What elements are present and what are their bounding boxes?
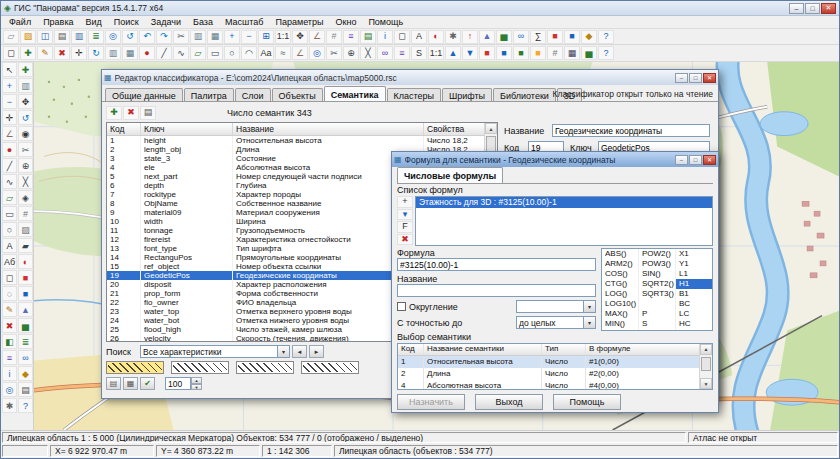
- chevron-down-icon[interactable]: ▾: [277, 346, 289, 357]
- variable-item[interactable]: H1: [676, 279, 712, 289]
- spin-down-icon[interactable]: ▼: [191, 384, 202, 391]
- flag-blue-icon[interactable]: ■: [564, 30, 580, 44]
- function-item[interactable]: ARM2(): [602, 259, 638, 269]
- zoom-out-icon[interactable]: −: [241, 30, 257, 44]
- search-icon[interactable]: ◎: [2, 382, 17, 397]
- function-item[interactable]: [639, 299, 675, 309]
- spline-tool-icon[interactable]: ≈: [275, 46, 291, 60]
- menu-item[interactable]: Масштаб: [219, 16, 270, 29]
- menu-item[interactable]: Окно: [329, 16, 362, 29]
- menu-item[interactable]: База: [187, 16, 219, 29]
- close-button[interactable]: ✕: [821, 3, 836, 14]
- lasso-icon[interactable]: ◌: [2, 286, 17, 301]
- polygon-tool-icon[interactable]: ▱: [190, 46, 206, 60]
- grid-icon[interactable]: #: [326, 30, 342, 44]
- help-icon[interactable]: ?: [18, 398, 33, 413]
- function-item[interactable]: P: [639, 309, 675, 319]
- function-icon[interactable]: F: [397, 221, 413, 233]
- menu-item[interactable]: Файл: [3, 16, 37, 29]
- table-mode-icon[interactable]: ▤: [106, 377, 121, 390]
- object-info-icon[interactable]: i: [377, 30, 393, 44]
- marker-yellow-icon[interactable]: ■: [530, 46, 546, 60]
- text-abc-icon[interactable]: Аб: [2, 254, 17, 269]
- classifier-tab[interactable]: Общие данные: [105, 88, 183, 102]
- variable-item[interactable]: BC: [676, 299, 712, 309]
- vector-icon[interactable]: ▰: [18, 238, 33, 253]
- settings-icon[interactable]: ✱: [445, 30, 461, 44]
- variable-item[interactable]: L1: [676, 269, 712, 279]
- line-style-sample[interactable]: [301, 361, 359, 374]
- rectangle-tool-icon[interactable]: ▭: [207, 46, 223, 60]
- function-item[interactable]: LOG10(): [602, 299, 638, 309]
- semantic-row[interactable]: 1 height Относительная высота Число 18,2: [107, 136, 484, 145]
- view-3d-icon[interactable]: ▲: [18, 302, 33, 317]
- split-icon[interactable]: ╳: [360, 46, 376, 60]
- minimize-button[interactable]: –: [675, 155, 688, 165]
- pan-icon[interactable]: ✥: [292, 30, 308, 44]
- copy-icon[interactable]: ▥: [18, 78, 33, 93]
- help-button[interactable]: Помощь: [553, 394, 621, 410]
- classifier-tab[interactable]: Кластеры: [387, 88, 442, 102]
- close-button[interactable]: ✕: [703, 73, 716, 83]
- maximize-button[interactable]: □: [689, 155, 702, 165]
- paste-icon[interactable]: ▦: [207, 30, 223, 44]
- link-icon[interactable]: ∞: [18, 350, 33, 365]
- add-semantic-icon[interactable]: ✚: [106, 106, 122, 120]
- chevron-down-icon[interactable]: ▾: [583, 301, 595, 312]
- maximize-button[interactable]: □: [805, 3, 820, 14]
- prev-button[interactable]: ◄: [292, 345, 307, 358]
- formula-dialog-titlebar[interactable]: ▦ Формула для семантики - Геодезические …: [392, 152, 718, 167]
- menu-item[interactable]: Параметры: [269, 16, 329, 29]
- create-object-icon[interactable]: ✚: [20, 46, 36, 60]
- cut-icon[interactable]: ✂: [18, 142, 33, 157]
- marker-red-icon[interactable]: ■: [479, 46, 495, 60]
- classifier-tab[interactable]: Объекты: [272, 88, 323, 102]
- palette-icon[interactable]: ◐: [428, 30, 444, 44]
- semantic-name-input[interactable]: [552, 124, 710, 137]
- variable-item[interactable]: X1: [676, 249, 712, 259]
- semantic-select-row[interactable]: 1 Относительная высота Число #1(0,00): [398, 356, 699, 368]
- zoom-out-icon[interactable]: −: [2, 94, 17, 109]
- redo-icon[interactable]: ↷: [156, 30, 172, 44]
- line-tool-icon[interactable]: ╱: [156, 46, 172, 60]
- assign-button[interactable]: Назначить: [397, 394, 465, 410]
- view-3d-icon[interactable]: ▲: [479, 30, 495, 44]
- function-item[interactable]: POW3(): [639, 259, 675, 269]
- menu-item[interactable]: Правка: [37, 16, 79, 29]
- arc-tool-icon[interactable]: ◠: [241, 46, 257, 60]
- move-icon[interactable]: ✥: [18, 94, 33, 109]
- chevron-down-icon[interactable]: ▾: [583, 317, 595, 328]
- chart-icon[interactable]: ▅: [18, 318, 33, 333]
- function-item[interactable]: SQRT2(): [639, 279, 675, 289]
- semantics-icon[interactable]: S: [411, 46, 427, 60]
- node-edit-icon[interactable]: ◉: [18, 126, 33, 141]
- function-item[interactable]: MAX(): [602, 309, 638, 319]
- classifier-tab[interactable]: Семантика: [324, 86, 386, 102]
- scale-icon[interactable]: 1:1: [428, 46, 444, 60]
- scale-1-1-icon[interactable]: 1:1: [275, 30, 291, 44]
- tab-numeric-formulas[interactable]: Числовые формулы: [397, 167, 503, 183]
- settings-icon[interactable]: ✱: [2, 398, 17, 413]
- delete-formula-icon[interactable]: ✖: [397, 234, 413, 246]
- save-icon[interactable]: ◫: [37, 30, 53, 44]
- lock-icon[interactable]: ◆: [581, 30, 597, 44]
- classifier-tab[interactable]: Слои: [235, 88, 271, 102]
- formula-list-item[interactable]: Этажность для 3D : #3125(10.00)-1: [416, 197, 712, 208]
- database-icon[interactable]: ≣: [18, 334, 33, 349]
- variable-item[interactable]: B1: [676, 289, 712, 299]
- point-tool-icon[interactable]: ●: [139, 46, 155, 60]
- function-item[interactable]: MIN(): [602, 319, 638, 329]
- help-icon[interactable]: ?: [598, 46, 614, 60]
- minimize-button[interactable]: –: [789, 3, 804, 14]
- scroll-thumb[interactable]: [701, 357, 711, 371]
- line-style-sample[interactable]: [106, 361, 164, 374]
- measure-icon[interactable]: ∠: [292, 46, 308, 60]
- close-button[interactable]: ✕: [703, 155, 716, 165]
- semantic-select-row[interactable]: 4 Абсолютная высота Число #4(0,00): [398, 380, 699, 389]
- function-item[interactable]: SIN(): [639, 269, 675, 279]
- help-icon[interactable]: ?: [598, 30, 614, 44]
- merge-icon[interactable]: ⊕: [343, 46, 359, 60]
- cut-icon[interactable]: ✂: [173, 30, 189, 44]
- marker-blue-icon[interactable]: ■: [496, 46, 512, 60]
- zoom-extent-icon[interactable]: ⊞: [258, 30, 274, 44]
